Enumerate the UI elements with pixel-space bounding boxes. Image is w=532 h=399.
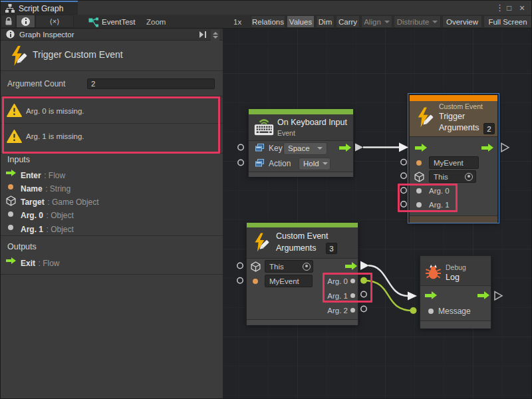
node-color-bar bbox=[410, 95, 497, 101]
node-kicker: Custom Event bbox=[439, 102, 483, 110]
node-kicker: Debug bbox=[446, 263, 466, 271]
carry-button[interactable]: Carry bbox=[336, 15, 360, 28]
flow-output-arrow[interactable] bbox=[481, 144, 493, 152]
warning-text: Arg. 1 is missing. bbox=[26, 132, 84, 140]
arg-label: Arg. 2 bbox=[310, 307, 348, 315]
node-footer bbox=[410, 215, 497, 223]
warning-icon bbox=[7, 104, 22, 117]
custom-event-icon bbox=[9, 45, 29, 67]
flow-input-arrow[interactable] bbox=[425, 291, 437, 300]
flow-arrow-icon bbox=[6, 257, 16, 264]
argument-count-field[interactable]: 2 bbox=[87, 78, 215, 89]
graph-name[interactable]: EventTest bbox=[102, 18, 136, 26]
action-dropdown[interactable]: Hold bbox=[299, 158, 331, 170]
arg-label: Arg. 1 bbox=[310, 292, 348, 300]
object-port-icon bbox=[350, 293, 355, 298]
code-preview-button[interactable]: ⟨×⟩ bbox=[35, 15, 74, 28]
bug-icon bbox=[425, 264, 442, 280]
lock-button[interactable] bbox=[1, 15, 16, 28]
port-row: Target : Game Object bbox=[21, 196, 99, 207]
spinner-down-icon bbox=[213, 36, 218, 39]
object-port-icon bbox=[350, 308, 355, 313]
node-footer bbox=[420, 321, 491, 329]
window-close-icon[interactable]: × bbox=[519, 1, 525, 15]
tab-bar: Script Graph ⋮ □ × bbox=[1, 1, 532, 15]
info-icon bbox=[21, 17, 30, 26]
distribute-dropdown[interactable]: Distribute bbox=[394, 15, 441, 28]
node-title: Trigger bbox=[439, 112, 465, 121]
node-arguments-label: Arguments bbox=[439, 123, 479, 132]
zoom-label: Zoom bbox=[146, 18, 166, 26]
node-trigger-custom-event[interactable]: Custom Event Trigger Arguments 2 MyEvent… bbox=[409, 94, 498, 222]
overview-button[interactable]: Overview bbox=[442, 15, 482, 28]
warning-highlight-box bbox=[2, 96, 220, 154]
chevron-down-icon bbox=[317, 147, 323, 150]
object-port-icon bbox=[8, 225, 13, 230]
string-port-icon bbox=[8, 184, 13, 190]
full-screen-button[interactable]: Full Screen bbox=[483, 15, 532, 28]
flow-output-arrow[interactable] bbox=[345, 262, 357, 271]
object-picker-icon[interactable] bbox=[303, 263, 311, 271]
tab-script-graph[interactable]: Script Graph bbox=[1, 1, 78, 15]
info-icon bbox=[6, 30, 14, 38]
inspector-header[interactable]: Graph Inspector bbox=[1, 29, 223, 41]
message-label: Message bbox=[438, 307, 471, 316]
node-debug-log[interactable]: Debug Log Message bbox=[420, 255, 491, 328]
flow-arrow-icon bbox=[6, 170, 16, 176]
arg-label: Arg. 0 bbox=[310, 277, 348, 285]
inputs-section-label: Inputs bbox=[7, 155, 30, 164]
warning-icon bbox=[7, 130, 22, 143]
key-dropdown[interactable]: Space bbox=[283, 142, 327, 155]
flow-output-arrow[interactable] bbox=[339, 144, 351, 152]
object-picker-icon[interactable] bbox=[465, 173, 473, 181]
relations-button[interactable]: Relations bbox=[251, 15, 285, 28]
game-object-cube-icon bbox=[251, 261, 261, 272]
port-row: Exit : Flow bbox=[21, 257, 59, 269]
arguments-count-box[interactable]: 3 bbox=[326, 243, 337, 254]
window-maximize-icon[interactable]: □ bbox=[507, 1, 511, 15]
panel-spinner[interactable] bbox=[211, 30, 219, 41]
keyboard-icon bbox=[253, 116, 275, 137]
argument-count-label: Argument Count bbox=[7, 79, 65, 88]
object-port-icon bbox=[428, 309, 434, 314]
string-port-icon bbox=[416, 160, 422, 166]
align-dropdown[interactable]: Align bbox=[361, 15, 392, 28]
outputs-section-label: Outputs bbox=[7, 242, 37, 251]
event-name-field[interactable]: MyEvent bbox=[265, 275, 313, 287]
input-action-icon bbox=[255, 144, 264, 152]
dim-button[interactable]: Dim bbox=[316, 15, 334, 28]
node-color-bar bbox=[247, 223, 358, 227]
port-row: Enter : Flow bbox=[21, 169, 65, 181]
panel-divider[interactable] bbox=[223, 29, 224, 399]
custom-event-icon bbox=[252, 231, 271, 253]
node-footer bbox=[249, 172, 353, 178]
arguments-count-box[interactable]: 2 bbox=[483, 123, 495, 134]
unity-script-graph-window: Script Graph ⋮ □ × ⟨×⟩ EventTest Zoom 1x… bbox=[0, 0, 532, 399]
custom-event-icon bbox=[415, 106, 435, 128]
node-color-bar bbox=[249, 109, 353, 114]
object-port-icon bbox=[350, 279, 355, 283]
port-row: Arg. 1 : Object bbox=[21, 223, 74, 235]
game-object-cube-icon bbox=[414, 172, 424, 182]
node-arguments-label: Arguments bbox=[276, 243, 316, 253]
node-on-keyboard-input[interactable]: On Keyboard Input Event Key Space Action… bbox=[248, 108, 354, 176]
chevron-down-icon bbox=[384, 21, 390, 23]
lock-icon bbox=[5, 17, 13, 26]
object-port-icon bbox=[416, 188, 422, 194]
values-button[interactable]: Values bbox=[287, 15, 315, 28]
node-title: On Keyboard Input bbox=[277, 118, 347, 127]
flow-input-arrow[interactable] bbox=[415, 144, 427, 152]
window-menu-icon[interactable]: ⋮ bbox=[495, 1, 504, 15]
object-port-icon bbox=[416, 202, 422, 207]
node-custom-event[interactable]: Custom Event Arguments 3 This MyEvent Ar… bbox=[246, 222, 358, 325]
flow-output-arrow[interactable] bbox=[477, 291, 489, 300]
inspector-toggle-button[interactable] bbox=[16, 15, 35, 28]
panel-collapse-icon[interactable] bbox=[200, 31, 206, 38]
port-row: Arg. 0 : Object bbox=[21, 209, 74, 221]
string-port-icon bbox=[253, 279, 258, 284]
event-name-field[interactable]: MyEvent bbox=[429, 156, 479, 169]
chevron-down-icon bbox=[432, 21, 438, 23]
tab-title: Script Graph bbox=[19, 4, 63, 13]
node-subtitle: Event bbox=[277, 129, 295, 137]
inspector-unit-title: Trigger Custom Event bbox=[33, 49, 123, 60]
